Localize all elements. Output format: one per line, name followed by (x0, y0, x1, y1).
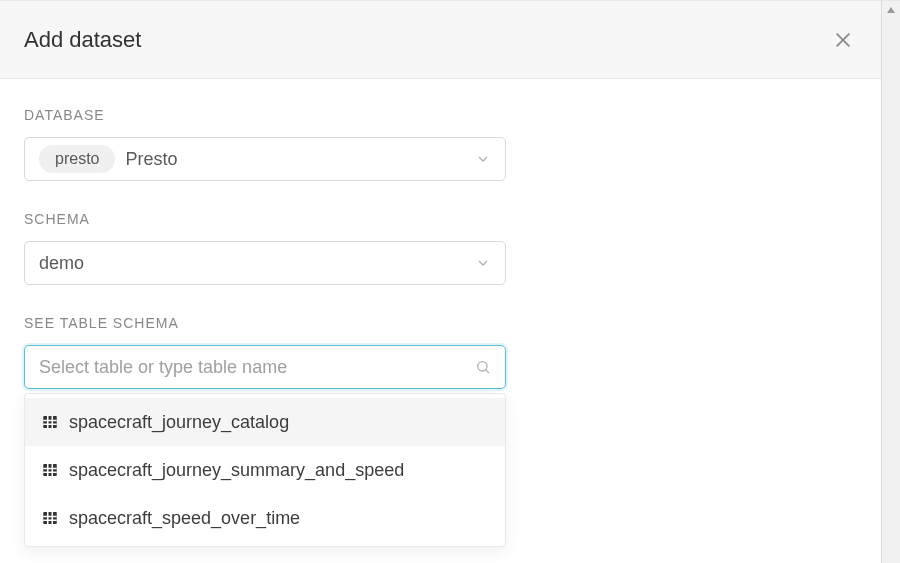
table-option-label: spacecraft_journey_summary_and_speed (69, 460, 404, 481)
scroll-up-arrow-icon (882, 1, 900, 19)
svg-line-1 (486, 370, 489, 373)
schema-select[interactable]: demo (24, 241, 506, 285)
chevron-down-icon (475, 151, 491, 167)
table-option-label: spacecraft_journey_catalog (69, 412, 289, 433)
table-option[interactable]: spacecraft_journey_summary_and_speed (25, 446, 505, 494)
field-database: DATABASE presto Presto (24, 107, 857, 181)
table-icon (41, 413, 59, 431)
field-label-database: DATABASE (24, 107, 857, 123)
field-label-table: SEE TABLE SCHEMA (24, 315, 857, 331)
schema-value: demo (39, 253, 84, 274)
modal: Add dataset DATABASE presto Presto (0, 0, 900, 563)
svg-rect-13 (43, 512, 57, 524)
table-option[interactable]: spacecraft_journey_catalog (25, 398, 505, 446)
chevron-down-icon (475, 255, 491, 271)
table-option-label: spacecraft_speed_over_time (69, 508, 300, 529)
svg-rect-8 (43, 464, 57, 476)
modal-main: Add dataset DATABASE presto Presto (0, 1, 882, 563)
svg-point-0 (478, 362, 487, 371)
database-value: Presto (125, 149, 177, 170)
modal-header: Add dataset (0, 1, 881, 79)
database-select[interactable]: presto Presto (24, 137, 506, 181)
table-icon (41, 461, 59, 479)
table-icon (41, 509, 59, 527)
table-dropdown: spacecraft_journey_catalog spacecraft_jo… (24, 393, 506, 547)
table-search-input[interactable]: Select table or type table name (24, 345, 506, 389)
svg-marker-18 (887, 7, 895, 13)
field-table: SEE TABLE SCHEMA Select table or type ta… (24, 315, 857, 389)
field-schema: SCHEMA demo (24, 211, 857, 285)
field-label-schema: SCHEMA (24, 211, 857, 227)
modal-title: Add dataset (24, 27, 141, 53)
table-placeholder: Select table or type table name (39, 357, 287, 378)
close-icon (832, 29, 854, 51)
scrollbar-track (882, 19, 900, 563)
modal-body: DATABASE presto Presto SCHEMA demo (0, 79, 881, 563)
close-button[interactable] (829, 26, 857, 54)
vertical-scrollbar[interactable] (882, 1, 900, 563)
database-engine-badge: presto (39, 145, 115, 174)
search-icon (475, 359, 491, 375)
table-option[interactable]: spacecraft_speed_over_time (25, 494, 505, 542)
